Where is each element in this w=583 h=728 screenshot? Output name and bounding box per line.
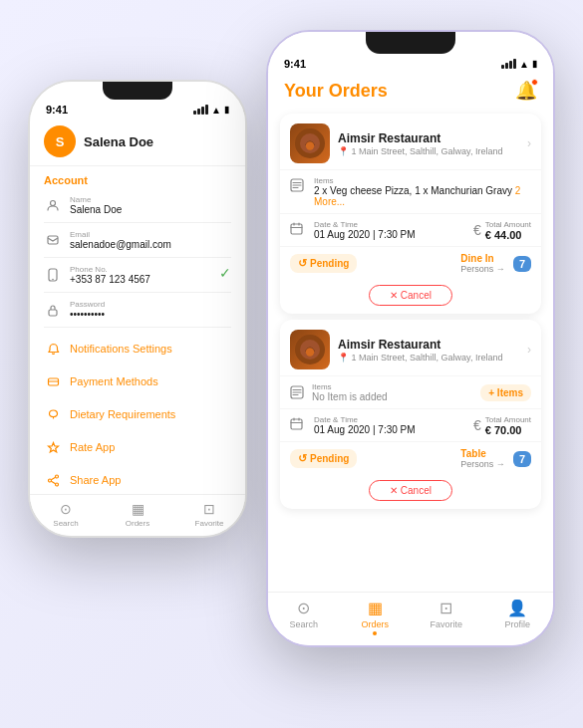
- chevron-2: ›: [527, 343, 531, 357]
- name-field: Name Salena Doe: [30, 190, 245, 220]
- dietary-icon: [44, 405, 62, 423]
- order-card-2: Aimsir Restaurant 📍 1 Main Street, Salth…: [280, 320, 541, 509]
- datetime-total-row-2: Date & Time 01 Aug 2020 | 7:30 PM € Tota…: [280, 409, 541, 442]
- total-section-2: € Total Amount € 70.00: [473, 409, 541, 441]
- orders-nav-label-front: Orders: [361, 619, 389, 629]
- table-label-2: Table: [460, 448, 505, 459]
- password-value: ••••••••••: [70, 309, 231, 320]
- nav-search-back[interactable]: ⊙ Search: [30, 501, 102, 528]
- name-label: Name: [70, 195, 231, 204]
- persons-count-2: 7: [513, 451, 531, 467]
- items-more-1[interactable]: 2 More...: [314, 185, 520, 207]
- bar3f: [509, 61, 512, 69]
- total-value-2: € 70.00: [485, 424, 531, 436]
- payment-menu-item[interactable]: Payment Methods: [30, 364, 245, 397]
- user-name-header: Salena Doe: [84, 134, 153, 149]
- table-label-wrapper-2: Table Persons →: [460, 448, 505, 469]
- calendar-icon-2: [290, 417, 306, 433]
- back-phone: 9:41 ▲ ▮ S Salena Doe Account: [28, 80, 247, 538]
- restaurant-info-1: Aimsir Restaurant 📍 1 Main Street, Salth…: [338, 131, 519, 156]
- datetime-label-1: Date & Time: [314, 220, 463, 229]
- favorite-nav-icon-back: ⊡: [203, 501, 215, 517]
- front-nav-orders[interactable]: ▦ Orders: [340, 599, 412, 635]
- share-icon: [44, 471, 62, 489]
- account-section-label: Account: [30, 166, 245, 190]
- password-field: Password ••••••••••: [30, 295, 245, 325]
- favorite-nav-label-front: Favorite: [430, 619, 462, 629]
- notch-back: [103, 82, 172, 100]
- status-text-2: Pending: [310, 453, 349, 464]
- svg-point-9: [55, 483, 58, 486]
- items-value-1: 2 x Veg cheese Pizza, 1 x Manchurian Gra…: [314, 185, 531, 207]
- bar2f: [505, 63, 508, 69]
- items-icon-2: [290, 385, 306, 402]
- svg-rect-1: [48, 236, 58, 244]
- notifications-menu-item[interactable]: Notifications Settings: [30, 332, 245, 364]
- svg-rect-19: [291, 419, 302, 429]
- signal-bars-back: [193, 105, 208, 115]
- cancel-button-2[interactable]: ✕ Cancel: [369, 480, 452, 501]
- cancel-button-1[interactable]: ✕ Cancel: [369, 285, 452, 306]
- phone-content: Phone No. +353 87 123 4567: [70, 265, 211, 285]
- svg-rect-4: [49, 310, 57, 316]
- datetime-label-2: Date & Time: [314, 415, 463, 424]
- items-label-1: Items: [314, 176, 531, 185]
- svg-point-0: [51, 201, 56, 206]
- bar3: [201, 107, 204, 115]
- share-menu-item[interactable]: Share App: [30, 463, 245, 496]
- email-label: Email: [70, 230, 231, 239]
- bell-icon[interactable]: 🔔: [515, 80, 537, 102]
- add-items-button-2[interactable]: + Items: [480, 384, 531, 401]
- dine-in-section-1: Dine In Persons → 7: [460, 253, 531, 274]
- notifications-label: Notifications Settings: [70, 343, 172, 355]
- front-phone: 9:41 ▲ ▮ Your Orders 🔔: [266, 30, 555, 647]
- name-value: Salena Doe: [70, 204, 231, 215]
- search-nav-icon-front: ⊙: [297, 599, 310, 617]
- nav-orders-back[interactable]: ▦ Orders: [102, 501, 173, 528]
- orders-title: Your Orders: [284, 81, 388, 102]
- status-badge-2: ↺ Pending: [290, 449, 357, 468]
- bell-menu-icon: [44, 340, 62, 358]
- time-back: 9:41: [46, 104, 68, 116]
- datetime-value-1: 01 Aug 2020 | 7:30 PM: [314, 229, 463, 240]
- signal-bars-front: [501, 59, 516, 69]
- no-item-left-2: Items No Item is added: [290, 382, 388, 402]
- search-nav-label-back: Search: [53, 519, 78, 528]
- nav-favorite-back[interactable]: ⊡ Favorite: [173, 501, 245, 528]
- time-front: 9:41: [284, 58, 306, 70]
- dietary-menu-item[interactable]: Dietary Requirements: [30, 397, 245, 430]
- svg-point-7: [55, 475, 58, 478]
- svg-point-17: [306, 348, 314, 356]
- payment-label: Payment Methods: [70, 375, 158, 387]
- phone-value: +353 87 123 4567: [70, 274, 211, 285]
- wifi-icon-back: ▲: [211, 105, 221, 116]
- restaurant-img-1: [290, 123, 330, 163]
- restaurant-row-2[interactable]: Aimsir Restaurant 📍 1 Main Street, Salth…: [280, 320, 541, 376]
- email-content: Email salenadoe@gmail.com: [70, 230, 231, 250]
- persons-arrow-1: Persons →: [460, 264, 505, 274]
- restaurant-name-2: Aimsir Restaurant: [338, 338, 519, 352]
- status-row-2: ↺ Pending Table Persons → 7: [280, 442, 541, 475]
- status-bar-back: 9:41 ▲ ▮: [30, 100, 245, 118]
- bar4f: [513, 59, 516, 69]
- status-badge-1: ↺ Pending: [290, 254, 357, 273]
- items-icon-1: [290, 178, 306, 195]
- calendar-icon-1: [290, 222, 306, 238]
- rate-menu-item[interactable]: Rate App: [30, 430, 245, 463]
- phone-field: Phone No. +353 87 123 4567 ✓: [30, 260, 245, 290]
- orders-nav-label-back: Orders: [126, 519, 149, 528]
- items-content-1: Items 2 x Veg cheese Pizza, 1 x Manchuri…: [314, 176, 531, 207]
- restaurant-row-1[interactable]: Aimsir Restaurant 📍 1 Main Street, Salth…: [280, 114, 541, 170]
- front-nav-favorite[interactable]: ⊡ Favorite: [411, 599, 482, 635]
- front-bottom-nav: ⊙ Search ▦ Orders ⊡ Favorite 👤 Profile: [268, 592, 553, 645]
- euro-circle-icon-1: €: [473, 222, 481, 238]
- password-label: Password: [70, 300, 231, 309]
- bar1: [193, 111, 196, 115]
- share-label: Share App: [70, 474, 121, 486]
- dietary-label: Dietary Requirements: [70, 408, 175, 420]
- front-nav-search[interactable]: ⊙ Search: [268, 599, 340, 635]
- items-label-2: Items: [312, 382, 388, 391]
- star-icon: [44, 438, 62, 456]
- status-bar-front: 9:41 ▲ ▮: [268, 54, 553, 72]
- front-nav-profile[interactable]: 👤 Profile: [482, 599, 554, 635]
